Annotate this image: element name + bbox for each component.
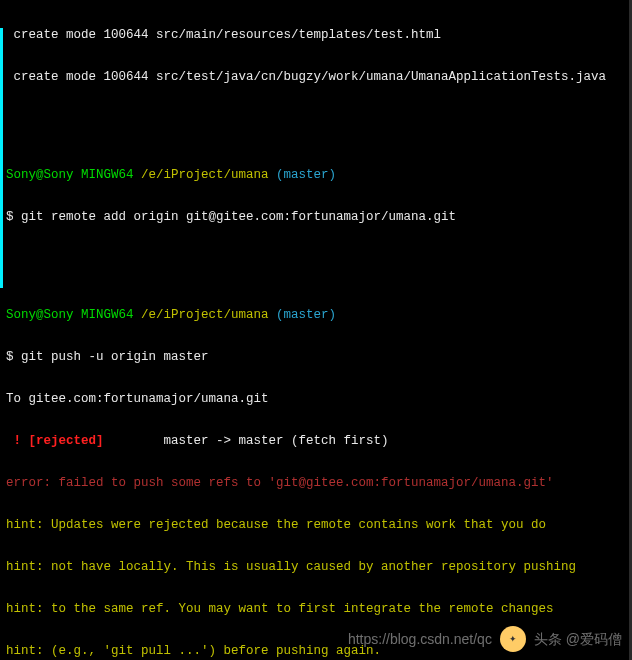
rejected-label: ! [rejected] <box>6 434 104 448</box>
prompt-branch: (master) <box>269 308 337 322</box>
prompt-line: Sony@Sony MINGW64 /e/iProject/umana (mas… <box>6 308 626 322</box>
prompt-path: /e/iProject/umana <box>141 308 269 322</box>
watermark-url: https://blog.csdn.net/qc <box>348 632 492 646</box>
rejected-line: ! [rejected] master -> master (fetch fir… <box>6 434 626 448</box>
command-line: $ git remote add origin git@gitee.com:fo… <box>6 210 626 224</box>
watermark-badge: 头条 @爱码僧 <box>534 632 622 646</box>
command-line: $ git push -u origin master <box>6 350 626 364</box>
error-line: error: failed to push some refs to 'git@… <box>6 476 626 490</box>
hint-line: hint: not have locally. This is usually … <box>6 560 626 574</box>
terminal-output[interactable]: create mode 100644 src/main/resources/te… <box>0 0 632 660</box>
prompt-user: Sony@Sony <box>6 308 74 322</box>
prompt-line: Sony@Sony MINGW64 /e/iProject/umana (mas… <box>6 168 626 182</box>
output-line: create mode 100644 src/main/resources/te… <box>6 28 626 42</box>
watermark: https://blog.csdn.net/qc ✦ 头条 @爱码僧 <box>348 626 622 652</box>
blank-line <box>6 252 626 266</box>
blank-line <box>6 112 626 126</box>
prompt-host: MINGW64 <box>74 308 142 322</box>
output-line: create mode 100644 src/test/java/cn/bugz… <box>6 70 626 84</box>
prompt-user: Sony@Sony <box>6 168 74 182</box>
hint-line: hint: to the same ref. You may want to f… <box>6 602 626 616</box>
watermark-avatar-icon: ✦ <box>500 626 526 652</box>
hint-line: hint: Updates were rejected because the … <box>6 518 626 532</box>
selection-bar <box>0 28 3 288</box>
output-line: To gitee.com:fortunamajor/umana.git <box>6 392 626 406</box>
prompt-path: /e/iProject/umana <box>141 168 269 182</box>
rejected-detail: master -> master (fetch first) <box>104 434 389 448</box>
prompt-branch: (master) <box>269 168 337 182</box>
prompt-host: MINGW64 <box>74 168 142 182</box>
